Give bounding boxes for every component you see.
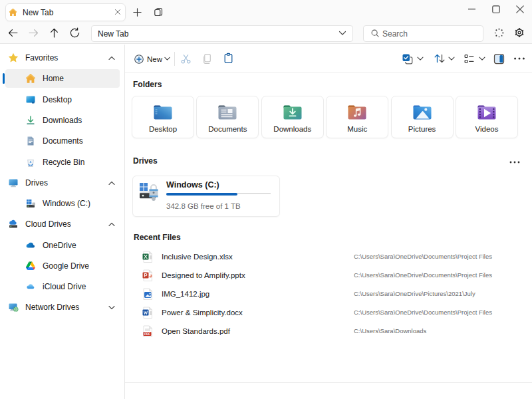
svg-text:PDF: PDF — [144, 332, 150, 336]
